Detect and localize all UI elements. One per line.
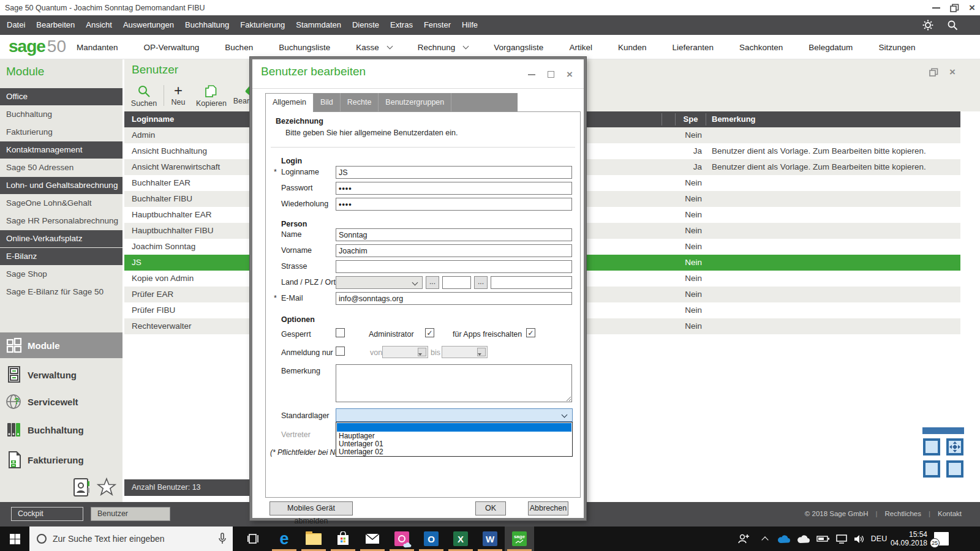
chevron-down-icon[interactable] xyxy=(386,43,393,50)
mobiles-geraet-abmelden-button[interactable]: Mobiles Gerät abmelden xyxy=(270,501,353,515)
passwort-field[interactable] xyxy=(336,182,572,195)
phone-app-icon[interactable] xyxy=(387,527,417,551)
nav-module[interactable]: Module xyxy=(0,332,123,358)
menu-item[interactable]: Ansicht xyxy=(80,15,118,35)
sidebar-module-item[interactable]: Fakturierung xyxy=(0,124,123,141)
chevron-up-icon[interactable] xyxy=(757,527,773,551)
menu-item[interactable]: Buchhaltung xyxy=(179,15,235,35)
kopieren-button[interactable]: Kopieren xyxy=(192,84,230,108)
menu-item[interactable]: Bearbeiten xyxy=(31,15,80,35)
strasse-field[interactable] xyxy=(336,260,572,273)
sidebar-module-item[interactable]: Sage E-Bilanz für Sage 50 xyxy=(0,283,123,301)
mic-icon[interactable] xyxy=(218,533,227,545)
menu-item[interactable]: Datei xyxy=(1,15,31,35)
menu-item[interactable]: Dienste xyxy=(347,15,385,35)
nav-servicewelt[interactable]: ? Servicewelt xyxy=(0,390,123,413)
menu-item[interactable]: Fakturierung xyxy=(235,15,290,35)
administrator-checkbox[interactable]: ✓ xyxy=(425,328,434,337)
nav-buchhaltung[interactable]: Buchhaltung xyxy=(0,418,123,441)
excel-icon[interactable]: X xyxy=(446,527,475,551)
dialog-tab[interactable]: Allgemein xyxy=(265,93,314,112)
land-combobox[interactable] xyxy=(336,276,423,289)
standardlager-combobox[interactable] xyxy=(336,408,573,422)
gear-icon[interactable] xyxy=(922,20,933,31)
sidebar-module-item[interactable]: Sage 50 Adressen xyxy=(0,159,123,176)
column-spe[interactable]: Spe xyxy=(676,114,706,124)
toolbar-item[interactable]: Kunden xyxy=(618,43,647,52)
people-icon[interactable] xyxy=(733,527,755,551)
chevron-down-icon[interactable] xyxy=(463,43,469,50)
toolbar-item[interactable]: Sachkonten xyxy=(739,43,783,52)
widget-cell[interactable] xyxy=(923,460,940,478)
dropdown-option[interactable]: Unterlager 02 xyxy=(336,448,572,456)
toolbar-item[interactable]: OP-Verwaltung xyxy=(144,43,200,52)
vorname-field[interactable] xyxy=(336,244,572,257)
toolbar-item[interactable]: Mandanten xyxy=(77,43,118,52)
bemerkung-textarea[interactable] xyxy=(336,364,572,402)
speaker-icon[interactable] xyxy=(850,527,869,551)
toolbar-item[interactable]: Kasse xyxy=(356,43,392,52)
toolbar-item[interactable]: Rechnung xyxy=(418,43,469,52)
abbrechen-button[interactable]: Abbrechen xyxy=(528,501,568,515)
outlook-icon[interactable]: O xyxy=(417,527,446,551)
toolbar-item[interactable]: Vorgangsliste xyxy=(494,43,543,52)
menu-item[interactable]: Hilfe xyxy=(456,15,483,35)
dropdown-option-blank[interactable] xyxy=(337,423,571,432)
edge-icon[interactable]: e xyxy=(270,527,299,551)
email-field[interactable] xyxy=(336,292,572,305)
toolbar-item[interactable]: Sitzungen xyxy=(878,43,915,52)
sage-icon[interactable]: sage xyxy=(505,527,534,551)
cloud-icon[interactable] xyxy=(794,527,813,551)
sidebar-module-item[interactable]: Sage Shop xyxy=(0,266,123,283)
plz-field[interactable] xyxy=(442,276,471,289)
sidebar-module-item[interactable]: Lohn- und Gehaltsabrechnung xyxy=(0,177,123,194)
sidebar-module-item[interactable]: E-Bilanz xyxy=(0,248,123,265)
benutzer-tab[interactable]: Benutzer xyxy=(91,507,170,521)
wiederholung-field[interactable] xyxy=(336,198,572,211)
language-indicator[interactable]: DEU xyxy=(869,527,889,551)
mail-icon[interactable] xyxy=(358,527,387,551)
toolbar-item[interactable]: Buchungsliste xyxy=(279,43,330,52)
network-icon[interactable] xyxy=(832,527,851,551)
close-icon[interactable]: × xyxy=(567,69,573,80)
ort-browse-button[interactable]: ... xyxy=(474,276,488,289)
menu-item[interactable]: Extras xyxy=(385,15,418,35)
gesperrt-checkbox[interactable] xyxy=(336,328,345,337)
sidebar-module-item[interactable]: Sage HR Personalabrechnung xyxy=(0,212,123,230)
column-loginname[interactable]: Loginname xyxy=(132,114,174,124)
sidebar-module-item[interactable]: Kontaktmanagement xyxy=(0,141,123,159)
taskbar-search[interactable]: Zur Suche Text hier eingeben xyxy=(29,527,233,551)
task-view-icon[interactable] xyxy=(240,527,267,551)
star-icon[interactable] xyxy=(97,478,116,497)
menu-item[interactable]: Fenster xyxy=(418,15,456,35)
start-button[interactable] xyxy=(0,527,29,551)
notification-icon[interactable]: 25 xyxy=(934,532,949,545)
toolbar-item[interactable]: Belegdatum xyxy=(809,43,853,52)
cockpit-tab[interactable]: Cockpit xyxy=(11,507,83,521)
ort-field[interactable] xyxy=(491,276,572,289)
widget-cell-move[interactable] xyxy=(946,438,963,455)
toolbar-item[interactable]: Artikel xyxy=(569,43,592,52)
close-icon[interactable]: × xyxy=(969,2,975,13)
close-icon[interactable]: × xyxy=(949,67,956,77)
toolbar-item[interactable]: Lieferanten xyxy=(672,43,714,52)
dialog-tab[interactable]: Bild xyxy=(314,93,341,111)
widget-cell[interactable] xyxy=(923,438,940,455)
nav-fakturierung[interactable]: Fakturierung xyxy=(0,448,123,471)
restore-icon[interactable] xyxy=(929,68,938,77)
toolbar-item[interactable]: Buchen xyxy=(225,43,253,52)
nav-verwaltung[interactable]: Verwaltung xyxy=(0,363,123,386)
minimize-icon[interactable] xyxy=(932,7,940,9)
dialog-tab[interactable]: Benutzergruppen xyxy=(379,93,451,111)
contacts-icon[interactable] xyxy=(72,478,91,497)
ok-button[interactable]: OK xyxy=(475,501,506,515)
name-field[interactable] xyxy=(336,228,572,241)
bis-datepicker[interactable] xyxy=(442,346,488,358)
anmeldung-checkbox[interactable] xyxy=(336,347,345,356)
word-icon[interactable]: W xyxy=(475,527,505,551)
clock[interactable]: 15:54 04.09.2018 xyxy=(889,530,927,547)
maximize-icon[interactable] xyxy=(548,71,554,78)
restore-icon[interactable] xyxy=(950,4,959,12)
menu-item[interactable]: Auswertungen xyxy=(118,15,179,35)
dialog-tab[interactable]: Rechte xyxy=(341,93,379,111)
